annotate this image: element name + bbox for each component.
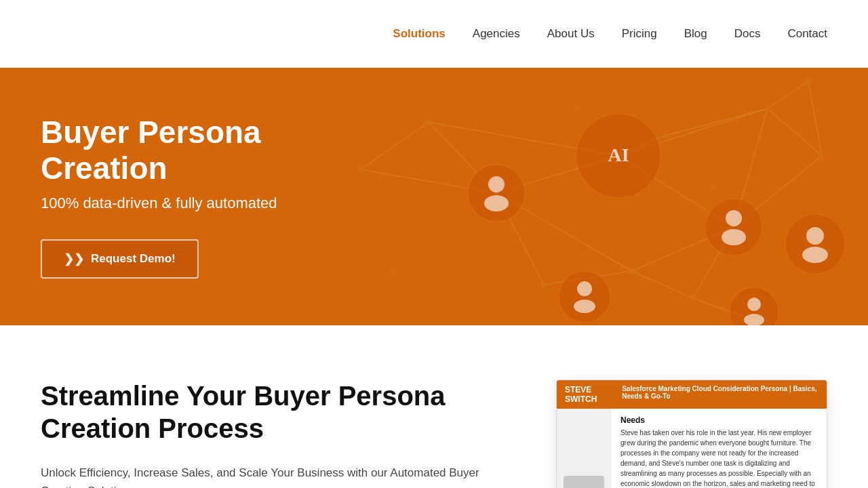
- svg-point-36: [468, 165, 525, 222]
- svg-point-23: [764, 105, 771, 112]
- svg-line-15: [632, 271, 693, 298]
- nav-link-docs[interactable]: Docs: [734, 27, 761, 40]
- svg-point-25: [818, 152, 825, 159]
- svg-line-5: [693, 227, 734, 298]
- svg-line-6: [734, 108, 768, 227]
- body-text: Streamline Your Buyer Persona Creation P…: [41, 380, 502, 488]
- persona-subtitle: Salesforce Marketing Cloud Consideration…: [622, 385, 818, 404]
- nav-link-blog[interactable]: Blog: [684, 27, 707, 40]
- svg-line-14: [544, 271, 632, 285]
- persona-details: Needs Steve has taken over his role in t…: [611, 409, 827, 488]
- nav-item-pricing[interactable]: Pricing: [622, 27, 657, 41]
- svg-point-41: [722, 229, 746, 245]
- svg-point-44: [574, 300, 595, 313]
- demo-btn-label: Request Demo!: [91, 252, 176, 266]
- svg-point-29: [690, 295, 696, 302]
- svg-text:AI: AI: [608, 144, 629, 165]
- hero-content: Buyer Persona Creation 100% data-driven …: [41, 115, 380, 279]
- svg-point-32: [574, 105, 581, 112]
- svg-line-13: [632, 227, 734, 271]
- hero-section: Buyer Persona Creation 100% data-driven …: [0, 68, 868, 325]
- svg-line-4: [496, 193, 632, 271]
- svg-point-46: [806, 227, 824, 245]
- svg-point-47: [802, 247, 828, 263]
- hero-title: Buyer Persona Creation: [41, 115, 380, 186]
- svg-point-34: [576, 114, 660, 198]
- nav-item-contact[interactable]: Contact: [787, 27, 827, 41]
- needs-title: Needs: [620, 415, 817, 425]
- svg-point-31: [391, 268, 398, 274]
- svg-line-17: [361, 169, 496, 193]
- svg-point-48: [730, 287, 778, 325]
- navbar: Solutions Agencies About Us Pricing Blog…: [0, 0, 868, 68]
- svg-line-7: [429, 122, 496, 193]
- svg-point-24: [805, 78, 812, 85]
- svg-line-2: [618, 108, 768, 156]
- svg-point-28: [629, 268, 635, 274]
- svg-point-43: [577, 281, 592, 296]
- body-section: Streamline Your Buyer Persona Creation P…: [0, 325, 868, 488]
- body-description: Unlock Efficiency, Increase Sales, and S…: [41, 464, 502, 488]
- persona-card-container: STEVE SWITCH Salesforce Marketing Cloud …: [556, 380, 827, 488]
- svg-point-30: [764, 322, 771, 325]
- svg-point-50: [744, 314, 764, 325]
- svg-line-0: [496, 156, 618, 193]
- nav-item-docs[interactable]: Docs: [734, 27, 761, 41]
- nav-link-agencies[interactable]: Agencies: [473, 27, 520, 40]
- svg-line-8: [429, 122, 618, 156]
- persona-name: STEVE SWITCH: [565, 385, 614, 404]
- hero-subtitle: 100% data-driven & fully automated: [41, 195, 380, 212]
- svg-line-9: [618, 136, 666, 156]
- nav-link-pricing[interactable]: Pricing: [622, 27, 657, 40]
- nav-links: Solutions Agencies About Us Pricing Blog…: [393, 27, 827, 41]
- svg-point-39: [705, 199, 762, 256]
- nav-item-blog[interactable]: Blog: [684, 27, 707, 41]
- nav-link-contact[interactable]: Contact: [787, 27, 827, 40]
- persona-card-header: STEVE SWITCH Salesforce Marketing Cloud …: [557, 380, 827, 409]
- nav-link-solutions[interactable]: Solutions: [393, 27, 445, 40]
- svg-line-18: [693, 298, 768, 325]
- nav-item-about-us[interactable]: About Us: [547, 27, 595, 41]
- svg-line-11: [768, 108, 822, 156]
- svg-point-21: [425, 119, 432, 125]
- svg-point-27: [540, 281, 547, 288]
- demo-btn-icon: ❯❯: [64, 251, 84, 266]
- svg-point-42: [559, 271, 610, 323]
- nav-link-about-us[interactable]: About Us: [547, 27, 595, 40]
- persona-card: STEVE SWITCH Salesforce Marketing Cloud …: [556, 380, 827, 488]
- svg-line-3: [496, 193, 544, 285]
- svg-point-33: [710, 183, 717, 190]
- svg-line-12: [734, 156, 822, 227]
- svg-point-45: [785, 214, 845, 274]
- svg-point-38: [484, 195, 509, 211]
- svg-line-10: [666, 108, 768, 136]
- svg-line-19: [768, 81, 808, 108]
- avatar-image: [564, 476, 604, 488]
- nav-item-agencies[interactable]: Agencies: [473, 27, 520, 41]
- nav-item-solutions[interactable]: Solutions: [393, 27, 445, 41]
- persona-avatar: [557, 409, 611, 488]
- svg-line-20: [808, 81, 822, 156]
- body-title: Streamline Your Buyer Persona Creation P…: [41, 380, 502, 445]
- request-demo-button[interactable]: ❯❯ Request Demo!: [41, 239, 199, 279]
- svg-point-37: [488, 176, 505, 192]
- persona-card-body: Needs Steve has taken over his role in t…: [557, 409, 827, 488]
- svg-point-22: [663, 132, 669, 139]
- svg-line-1: [618, 156, 734, 227]
- needs-text: Steve has taken over his role in the las…: [620, 428, 817, 488]
- svg-point-49: [747, 298, 761, 311]
- svg-point-40: [726, 210, 742, 226]
